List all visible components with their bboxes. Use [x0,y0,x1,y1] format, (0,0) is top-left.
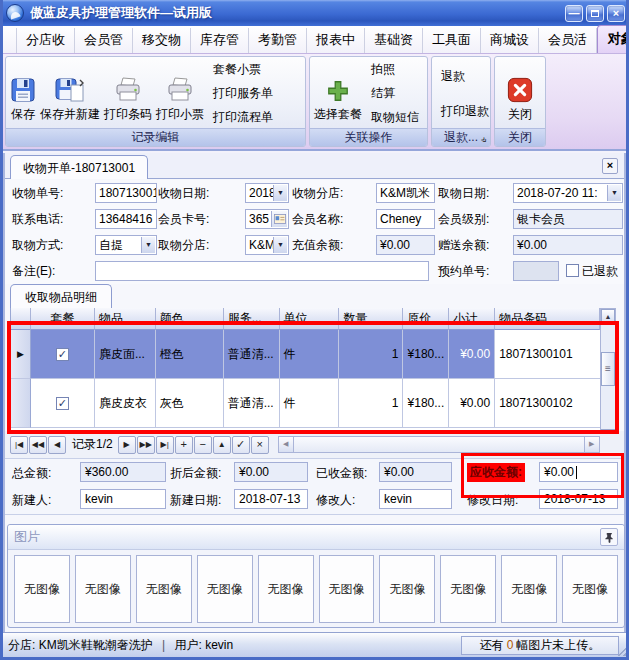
nav-cancel-button[interactable]: × [251,436,269,454]
print-refund-button[interactable]: 打印退款 [438,101,492,122]
nav-delete-button[interactable]: − [194,436,212,454]
ribbon-tab-transfer[interactable]: 移交物 [133,28,191,53]
service-cell[interactable]: 普通清... [224,330,280,379]
nav-next-page-button[interactable]: ▶▶ [137,436,155,454]
chevron-down-icon[interactable]: ▼ [607,185,621,201]
col-header-selector[interactable] [11,308,31,330]
receivable-amount-field[interactable]: ¥0.00 [539,462,618,482]
package-cell[interactable]: ✓ [31,379,95,428]
grid-horizontal-scrollbar[interactable]: ◀ ▶ [278,436,600,453]
close-form-button[interactable]: 关闭 [505,59,535,128]
col-header-unit[interactable]: 单位 [280,308,340,330]
tab-received-items-detail[interactable]: 收取物品明细 [10,284,112,308]
image-placeholder[interactable]: 无图像 [379,555,435,623]
select-package-button[interactable]: 选择套餐 [312,59,364,128]
ribbon-tab-attendance[interactable]: 考勤管 [249,28,307,53]
row-selector-cell[interactable]: ▶ [11,330,31,379]
receipt-no-field[interactable]: 180713001 [95,183,157,203]
scrollbar-thumb[interactable]: ≡ [601,352,615,386]
col-header-qty[interactable]: 数量 [339,308,403,330]
subtotal-cell[interactable]: ¥0.00 [449,379,495,428]
pickup-date-combo[interactable]: 2018-07-20 11:▼ [513,183,623,203]
subtotal-cell[interactable]: ¥0.00 [449,330,495,379]
package-checkbox[interactable]: ✓ [56,397,69,410]
package-receipt-button[interactable]: 套餐小票 [210,59,276,80]
qty-cell[interactable]: 1 [339,330,403,379]
item-cell[interactable]: 麂皮面... [95,330,156,379]
ribbon-tab-reports[interactable]: 报表中 [307,28,365,53]
member-card-icon[interactable] [271,211,287,227]
ribbon-tab-basedata[interactable]: 基础资 [365,28,423,53]
phone-field[interactable]: 13648416 [95,209,157,229]
print-barcode-button[interactable]: 打印条码 [102,59,154,128]
refund-button[interactable]: 退款 [438,66,492,87]
print-flow-order-button[interactable]: 打印流程单 [210,107,276,128]
ribbon-tab-object[interactable]: 对象管 [597,25,629,53]
image-placeholder[interactable]: 无图像 [440,555,496,623]
image-placeholder[interactable]: 无图像 [136,555,192,623]
settle-button[interactable]: 结算 [368,83,422,104]
ribbon-tab-member-activity[interactable]: 会员活 [539,28,597,53]
document-close-button[interactable]: × [602,158,618,174]
nav-edit-button[interactable]: ▲ [213,436,231,454]
col-header-package[interactable]: 套餐 [31,308,95,330]
table-row[interactable]: ✓ 麂皮皮衣 灰色 普通清... 件 1 ¥180... ¥0.00 18071… [11,379,600,428]
ribbon-tab-branch-receive[interactable]: 分店收 [16,28,75,53]
save-button[interactable]: 保存 [8,59,38,128]
col-header-item[interactable]: 物品 [95,308,156,330]
scroll-up-icon[interactable]: ▲ [601,309,615,324]
grid-vertical-scrollbar[interactable]: ▲ ≡ ▼ [600,308,616,445]
col-header-subtotal[interactable]: 小计 [449,308,495,330]
pickup-branch-combo[interactable]: K&M▼ [245,235,289,255]
unit-cell[interactable]: 件 [280,379,340,428]
price-cell[interactable]: ¥180... [403,379,449,428]
item-cell[interactable]: 麂皮皮衣 [95,379,156,428]
barcode-cell[interactable]: 18071300101 [495,330,600,379]
save-and-new-button[interactable]: 保存并新建 [38,59,102,128]
nav-first-button[interactable]: |◀ [10,436,28,454]
group-launcher-icon[interactable]: » [477,132,493,148]
table-row[interactable]: ▶ ✓ 麂皮面... 橙色 普通清... 件 1 ¥180... ¥0.00 1… [11,330,600,379]
col-header-color[interactable]: 颜色 [156,308,224,330]
image-placeholder[interactable]: 无图像 [319,555,375,623]
pin-icon[interactable] [600,528,618,546]
scrollbar-track[interactable] [294,437,584,452]
nav-prev-button[interactable]: ◀ [48,436,66,454]
unit-cell[interactable]: 件 [280,330,340,379]
photo-button[interactable]: 拍照 [368,59,422,80]
image-placeholder[interactable]: 无图像 [75,555,131,623]
chevron-down-icon[interactable]: ▼ [141,237,155,253]
row-selector-cell[interactable] [11,379,31,428]
col-header-price[interactable]: 原价 [403,308,449,330]
nav-next-button[interactable]: ▶ [118,436,136,454]
service-cell[interactable]: 普通清... [224,379,280,428]
pickup-sms-button[interactable]: 取物短信 [368,107,422,128]
card-no-field[interactable]: 365 [245,209,289,229]
barcode-cell[interactable]: 18071300102 [495,379,600,428]
chevron-down-icon[interactable]: ▼ [273,237,287,253]
pickup-method-combo[interactable]: 自提▼ [95,235,157,255]
ribbon-tab-mall[interactable]: 商城设 [481,28,539,53]
color-cell[interactable]: 灰色 [156,379,224,428]
nav-add-button[interactable]: + [175,436,193,454]
col-header-service[interactable]: 服务... [224,308,280,330]
ribbon-tab-inventory[interactable]: 库存管 [191,28,249,53]
ribbon-tab-members[interactable]: 会员管 [75,28,133,53]
print-service-order-button[interactable]: 打印服务单 [210,83,276,104]
print-receipt-button[interactable]: 打印小票 [154,59,206,128]
maximize-button[interactable] [586,5,604,22]
image-placeholder[interactable]: 无图像 [562,555,618,623]
nav-last-button[interactable]: ▶| [156,436,174,454]
receipt-date-combo[interactable]: 2018▼ [245,183,289,203]
col-header-barcode[interactable]: 物品条码 [495,308,600,330]
refunded-checkbox[interactable] [566,264,579,277]
color-cell[interactable]: 橙色 [156,330,224,379]
receipt-branch-field[interactable]: K&M凯米 [376,183,435,203]
tab-receive-order[interactable]: 收物开单-180713001 [10,155,148,179]
image-placeholder[interactable]: 无图像 [258,555,314,623]
ribbon-tab-tools[interactable]: 工具面 [423,28,481,53]
chevron-down-icon[interactable]: ▼ [273,185,287,201]
nav-prev-page-button[interactable]: ◀◀ [29,436,47,454]
nav-post-button[interactable]: ✓ [232,436,250,454]
qty-cell[interactable]: 1 [339,379,403,428]
